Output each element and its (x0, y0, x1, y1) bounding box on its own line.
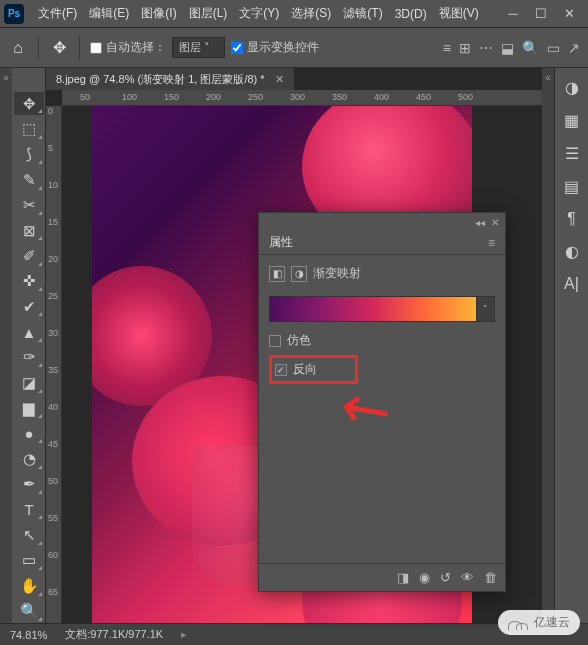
watermark-text: 亿速云 (534, 614, 570, 631)
ruler-tick: 50 (80, 92, 90, 102)
ruler-tick: 0 (48, 106, 53, 116)
gradient-dropdown[interactable]: ˅ (477, 296, 495, 322)
ruler-tick: 40 (48, 402, 58, 412)
dodge-tool[interactable]: ◔ (14, 447, 44, 470)
brush-tool[interactable]: ✔ (14, 295, 44, 318)
marquee-tool[interactable]: ⬚ (14, 117, 44, 140)
distribute-icon[interactable]: ⊞ (459, 40, 471, 56)
doc-info[interactable]: 文档:977.1K/977.1K (65, 627, 163, 642)
ruler-tick: 30 (48, 328, 58, 338)
dither-label: 仿色 (287, 332, 311, 349)
healing-tool[interactable]: ✜ (14, 270, 44, 293)
stamp-tool[interactable]: ▲ (14, 320, 44, 343)
pen-tool[interactable]: ✒ (14, 473, 44, 496)
auto-select-label: 自动选择： (106, 39, 166, 56)
reverse-checkbox[interactable]: ✓ (275, 364, 287, 376)
panel-menu-icon[interactable]: ≡ (488, 236, 495, 250)
ruler-tick: 15 (48, 217, 58, 227)
home-icon[interactable]: ⌂ (8, 38, 28, 58)
ruler-horizontal[interactable]: 50100150200250300350400450500 (62, 90, 542, 106)
menu-filter[interactable]: 滤镜(T) (337, 1, 388, 26)
ruler-tick: 150 (164, 92, 179, 102)
swatches-panel-icon[interactable]: ▦ (564, 111, 579, 130)
close-tab-icon[interactable]: ✕ (275, 73, 284, 86)
ruler-tick: 25 (48, 291, 58, 301)
zoom-tool[interactable]: 🔍 (14, 600, 44, 623)
align-icon[interactable]: ≡ (443, 40, 451, 56)
properties-panel-icon[interactable]: ▤ (564, 177, 579, 196)
right-dock: ◑▦☰▤¶◐A| (554, 68, 588, 623)
blur-tool[interactable]: ● (14, 422, 44, 445)
app-logo: Ps (4, 4, 24, 24)
share-icon[interactable]: ↗ (568, 40, 580, 56)
tools-panel: ✥⬚⟆✎✂⊠✐✜✔▲✑◪▆●◔✒T↖▭✋🔍 (12, 68, 46, 623)
status-more-icon[interactable]: ▸ (181, 628, 187, 641)
close-button[interactable]: ✕ (562, 6, 576, 21)
menu-select[interactable]: 选择(S) (285, 1, 337, 26)
auto-select-dropdown[interactable]: 图层 ˅ (172, 37, 225, 58)
eyedropper-tool[interactable]: ✐ (14, 244, 44, 267)
3d-mode-icon[interactable]: ⬓ (501, 40, 514, 56)
reset-icon[interactable]: ↺ (440, 570, 451, 585)
toggle-visibility-icon[interactable]: 👁 (461, 570, 474, 585)
paragraph-panel-icon[interactable]: ¶ (567, 210, 576, 228)
move-tool[interactable]: ✥ (14, 92, 44, 115)
gradient-preview[interactable] (269, 296, 477, 322)
ruler-tick: 400 (374, 92, 389, 102)
menu-layer[interactable]: 图层(L) (183, 1, 234, 26)
color-panel-icon[interactable]: ◑ (565, 78, 579, 97)
more-icon[interactable]: ⋯ (479, 40, 493, 56)
menu-3d[interactable]: 3D(D) (389, 3, 433, 25)
path-select-tool[interactable]: ↖ (14, 523, 44, 546)
shape-tool[interactable]: ▭ (14, 549, 44, 572)
maximize-button[interactable]: ☐ (534, 6, 548, 21)
titlebar: Ps 文件(F) 编辑(E) 图像(I) 图层(L) 文字(Y) 选择(S) 滤… (0, 0, 588, 28)
search-icon[interactable]: 🔍 (522, 40, 539, 56)
auto-select-checkbox[interactable]: 自动选择： (90, 39, 166, 56)
history-brush-tool[interactable]: ✑ (14, 346, 44, 369)
lasso-tool[interactable]: ⟆ (14, 143, 44, 166)
minimize-button[interactable]: ─ (506, 6, 520, 21)
panel-collapse-icon[interactable]: ◂◂ (475, 217, 485, 228)
character-panel-icon[interactable]: A| (564, 275, 579, 293)
eraser-tool[interactable]: ◪ (14, 371, 44, 394)
panel-close-icon[interactable]: ✕ (491, 217, 499, 228)
mask-icon: ◑ (291, 266, 307, 282)
menu-image[interactable]: 图像(I) (135, 1, 182, 26)
ruler-tick: 35 (48, 365, 58, 375)
ruler-vertical[interactable]: 0510152025303540455055606570 (46, 106, 62, 623)
hand-tool[interactable]: ✋ (14, 574, 44, 597)
ruler-tick: 350 (332, 92, 347, 102)
gradient-tool[interactable]: ▆ (14, 397, 44, 420)
zoom-value[interactable]: 74.81% (10, 629, 47, 641)
gutter-left[interactable]: » (0, 68, 12, 623)
ruler-tick: 100 (122, 92, 137, 102)
adjustments-panel-icon[interactable]: ◐ (565, 242, 579, 261)
menu-edit[interactable]: 编辑(E) (83, 1, 135, 26)
workspace-icon[interactable]: ▭ (547, 40, 560, 56)
dither-checkbox[interactable] (269, 335, 281, 347)
view-previous-icon[interactable]: ◉ (419, 570, 430, 585)
libraries-panel-icon[interactable]: ☰ (565, 144, 579, 163)
gutter-right[interactable]: « (542, 68, 554, 623)
reverse-label: 反向 (293, 361, 317, 378)
menu-type[interactable]: 文字(Y) (233, 1, 285, 26)
clip-to-layer-icon[interactable]: ◨ (397, 570, 409, 585)
crop-tool[interactable]: ✂ (14, 194, 44, 217)
frame-tool[interactable]: ⊠ (14, 219, 44, 242)
type-tool[interactable]: T (14, 498, 44, 521)
ruler-tick: 60 (48, 550, 58, 560)
show-transform-checkbox[interactable]: 显示变换控件 (231, 39, 319, 56)
menu-view[interactable]: 视图(V) (433, 1, 485, 26)
panel-title: 属性 (269, 234, 293, 251)
move-tool-icon[interactable]: ✥ (49, 38, 69, 58)
delete-icon[interactable]: 🗑 (484, 570, 497, 585)
ruler-tick: 45 (48, 439, 58, 449)
ruler-tick: 250 (248, 92, 263, 102)
ruler-tick: 500 (458, 92, 473, 102)
ruler-tick: 200 (206, 92, 221, 102)
document-tab-title: 8.jpeg @ 74.8% (渐变映射 1, 图层蒙版/8) * (56, 72, 265, 87)
menu-file[interactable]: 文件(F) (32, 1, 83, 26)
quick-select-tool[interactable]: ✎ (14, 168, 44, 191)
document-tab[interactable]: 8.jpeg @ 74.8% (渐变映射 1, 图层蒙版/8) * ✕ (46, 68, 295, 90)
